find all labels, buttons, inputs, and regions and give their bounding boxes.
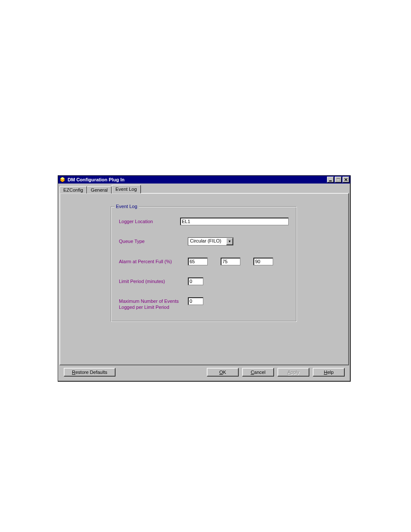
row-limit-period: Limit Period (minutes) — [119, 277, 289, 285]
svg-rect-4 — [336, 178, 340, 179]
cancel-button[interactable]: Cancel — [242, 368, 274, 376]
alarm-percent-3-input[interactable] — [253, 258, 273, 265]
groupbox-title: Event Log — [115, 204, 139, 209]
groupbox-event-log: Event Log Logger Location Queue Type Cir… — [111, 206, 297, 322]
max-events-input[interactable] — [188, 297, 203, 305]
tab-event-log[interactable]: Event Log — [112, 185, 141, 193]
button-bar: Restore Defaults OK Cancel Apply Help — [59, 365, 349, 380]
window-controls — [326, 177, 349, 183]
row-logger-location: Logger Location — [119, 218, 289, 225]
logger-location-input[interactable] — [180, 218, 289, 225]
limit-period-input[interactable] — [188, 277, 203, 285]
titlebar[interactable]: DM Configuration Plug In — [58, 176, 350, 184]
tab-ezconfig[interactable]: EZConfig — [59, 186, 87, 193]
row-queue-type: Queue Type Circular (FILO) ▼ — [119, 237, 289, 246]
app-icon — [59, 176, 66, 183]
spacer — [119, 368, 203, 376]
window-body: EZConfig General Event Log Event Log Log… — [58, 184, 350, 381]
label-logger-location: Logger Location — [119, 218, 180, 224]
chevron-down-icon[interactable]: ▼ — [226, 238, 233, 245]
minimize-button[interactable] — [327, 177, 334, 183]
apply-button[interactable]: Apply — [277, 368, 309, 376]
row-alarm-percent: Alarm at Percent Full (%) — [119, 258, 289, 265]
alarm-percent-2-input[interactable] — [221, 258, 240, 265]
label-max-events: Maximum Number of Events Logged per Limi… — [119, 297, 188, 311]
tab-general[interactable]: General — [87, 186, 112, 193]
config-window: DM Configuration Plug In EZConfig Genera… — [58, 175, 351, 382]
label-queue-type: Queue Type — [119, 237, 188, 244]
svg-rect-2 — [329, 180, 332, 181]
help-button[interactable]: Help — [313, 368, 345, 376]
row-max-events: Maximum Number of Events Logged per Limi… — [119, 297, 289, 311]
queue-type-select[interactable]: Circular (FILO) ▼ — [188, 237, 234, 246]
queue-type-value: Circular (FILO) — [188, 238, 226, 245]
label-alarm-percent: Alarm at Percent Full (%) — [119, 258, 188, 264]
tab-strip: EZConfig General Event Log — [59, 185, 349, 193]
maximize-button[interactable] — [335, 177, 342, 183]
label-limit-period: Limit Period (minutes) — [119, 277, 188, 284]
ok-button[interactable]: OK — [207, 368, 239, 376]
window-title: DM Configuration Plug In — [68, 177, 326, 182]
alarm-percent-1-input[interactable] — [188, 258, 208, 265]
close-button[interactable] — [342, 177, 349, 183]
tab-panel-event-log: Event Log Logger Location Queue Type Cir… — [59, 193, 349, 365]
restore-defaults-button[interactable]: Restore Defaults — [64, 368, 115, 376]
